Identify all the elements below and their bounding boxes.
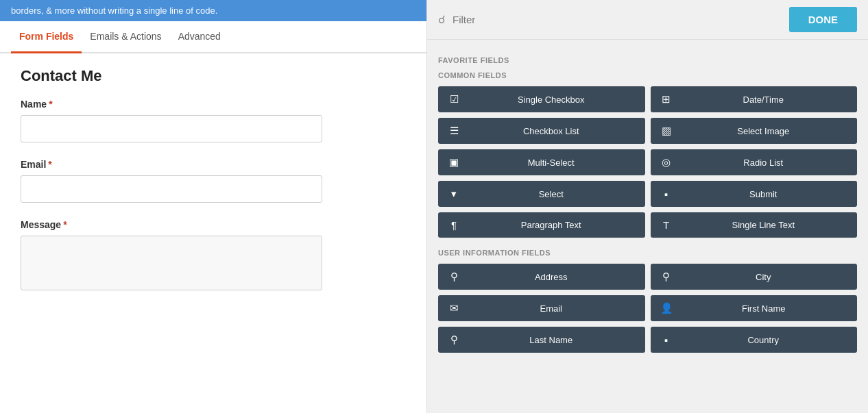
tab-advanced[interactable]: Advanced <box>170 21 229 53</box>
person-icon: 👤 <box>660 302 673 314</box>
field-btn-label: First Name <box>680 303 848 314</box>
search-icon: ☌ <box>438 13 446 26</box>
tabs-bar: Form Fields Emails & Actions Advanced <box>0 21 426 53</box>
field-label-message: Message* <box>21 219 406 230</box>
field-btn-country[interactable]: ▪ Country <box>651 327 858 353</box>
checkbox-icon: ☑ <box>448 93 460 105</box>
field-btn-label: Radio List <box>679 158 848 168</box>
field-label-name: Name* <box>21 99 406 110</box>
list-icon: ☰ <box>448 125 460 137</box>
field-btn-label: Address <box>467 272 636 282</box>
field-btn-label: Select Image <box>679 126 848 136</box>
field-btn-label: Country <box>679 335 848 345</box>
required-star-name: * <box>49 99 52 110</box>
field-btn-multi-select[interactable]: ▣ Multi-Select <box>438 149 645 175</box>
field-btn-label: Single Checkbox <box>467 95 636 105</box>
field-btn-select[interactable]: ▾ Select <box>438 181 645 207</box>
field-btn-label: Checkbox List <box>467 126 636 136</box>
field-btn-checkbox-list[interactable]: ☰ Checkbox List <box>438 118 645 144</box>
field-btn-submit[interactable]: ▪ Submit <box>651 181 858 207</box>
field-btn-last-name[interactable]: ⚲ Last Name <box>438 327 645 353</box>
field-btn-label: Paragraph Text <box>467 220 636 230</box>
fields-panel: FAVORITE FIELDS COMMON FIELDS ☑ Single C… <box>427 40 868 413</box>
field-group-name: Name* <box>21 99 406 142</box>
right-panel: ☌ DONE FAVORITE FIELDS COMMON FIELDS ☑ S… <box>427 0 868 413</box>
field-btn-paragraph-text[interactable]: ¶ Paragraph Text <box>438 212 645 238</box>
field-group-email: Email* <box>21 159 406 203</box>
field-btn-city[interactable]: ⚲ City <box>651 264 858 290</box>
common-fields-grid: ☑ Single Checkbox ⊞ Date/Time ☰ Checkbox… <box>438 86 857 238</box>
paragraph-icon: ¶ <box>448 219 460 231</box>
field-label-email: Email* <box>21 159 406 170</box>
form-title: Contact Me <box>0 53 426 92</box>
field-btn-label: Single Line Text <box>679 220 848 230</box>
required-star-message: * <box>63 219 67 230</box>
right-header: ☌ DONE <box>427 0 868 40</box>
field-group-message: Message* <box>21 219 406 293</box>
text-icon: T <box>660 219 673 231</box>
tab-form-fields[interactable]: Form Fields <box>11 21 82 53</box>
section-title-user-info: USER INFORMATION FIELDS <box>438 249 857 257</box>
radio-icon: ◎ <box>660 156 673 168</box>
submit-icon: ▪ <box>660 188 673 200</box>
email-input[interactable] <box>21 175 322 203</box>
email-icon: ✉ <box>448 302 460 314</box>
top-banner: borders, & more without writing a single… <box>0 0 426 21</box>
tab-emails-actions[interactable]: Emails & Actions <box>82 21 169 53</box>
field-btn-label: Email <box>467 303 636 314</box>
form-body: Name* Email* Message* <box>0 92 426 413</box>
field-btn-single-line-text[interactable]: T Single Line Text <box>651 212 858 238</box>
done-button[interactable]: DONE <box>789 7 857 32</box>
required-star-email: * <box>48 159 51 170</box>
calendar-icon: ⊞ <box>660 93 673 105</box>
section-title-common: COMMON FIELDS <box>438 71 857 79</box>
left-panel: borders, & more without writing a single… <box>0 0 427 413</box>
field-btn-radio-list[interactable]: ◎ Radio List <box>651 149 858 175</box>
field-btn-label: Multi-Select <box>467 158 636 168</box>
field-btn-label: City <box>679 272 848 282</box>
image-icon: ▨ <box>660 125 673 137</box>
name-input[interactable] <box>21 115 322 142</box>
city-icon: ⚲ <box>660 271 673 283</box>
field-btn-first-name[interactable]: 👤 First Name <box>651 295 858 321</box>
dropdown-icon: ▾ <box>448 188 460 200</box>
field-btn-select-image[interactable]: ▨ Select Image <box>651 118 858 144</box>
user-fields-grid: ⚲ Address ⚲ City ✉ Email 👤 First Name ⚲ … <box>438 264 857 353</box>
filter-input[interactable] <box>453 14 782 25</box>
section-title-favorite: FAVORITE FIELDS <box>438 56 857 64</box>
last-name-icon: ⚲ <box>448 334 460 346</box>
field-btn-label: Submit <box>679 189 848 199</box>
country-icon: ▪ <box>660 334 673 346</box>
field-btn-label: Select <box>467 189 636 199</box>
field-btn-address[interactable]: ⚲ Address <box>438 264 645 290</box>
field-btn-email[interactable]: ✉ Email <box>438 295 645 321</box>
field-btn-label: Date/Time <box>679 95 848 105</box>
multi-select-icon: ▣ <box>448 156 460 168</box>
field-btn-date-time[interactable]: ⊞ Date/Time <box>651 86 858 112</box>
field-btn-label: Last Name <box>467 335 636 345</box>
field-btn-single-checkbox[interactable]: ☑ Single Checkbox <box>438 86 645 112</box>
message-textarea[interactable] <box>21 236 322 290</box>
address-icon: ⚲ <box>448 271 460 283</box>
